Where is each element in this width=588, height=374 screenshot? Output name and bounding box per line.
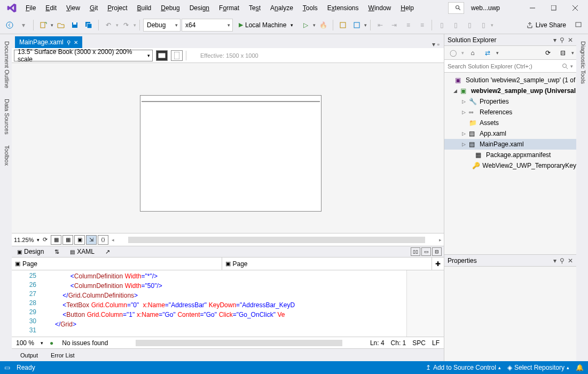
xaml-tab[interactable]: ▤XAML — [65, 247, 100, 256]
data-sources-tab[interactable]: Data Sources — [0, 94, 12, 139]
tree-project[interactable]: ◢▣webview2_sample_uwp (Universal — [444, 85, 576, 96]
properties-header[interactable]: Properties ▾⚲✕ — [444, 255, 576, 267]
tree-properties[interactable]: ▷🔧Properties — [444, 96, 576, 107]
eol-indicator[interactable]: LF — [432, 339, 440, 347]
select-repository-button[interactable]: ◈Select Repository▴ — [507, 364, 569, 371]
collapse-pane-button[interactable]: ⊟ — [432, 247, 442, 256]
menu-build[interactable]: Build — [133, 2, 156, 14]
status-rect-icon[interactable]: ▭ — [4, 364, 10, 371]
menu-file[interactable]: File — [21, 2, 40, 14]
document-tab-active[interactable]: MainPage.xaml ⚲ ✕ — [15, 36, 82, 48]
start-without-debugging-button[interactable]: ▷ — [299, 19, 312, 32]
design-tab[interactable]: ▣Design — [12, 247, 49, 256]
tree-references[interactable]: ▷▫▫References — [444, 107, 576, 118]
menu-analyze[interactable]: Analyze — [266, 2, 297, 14]
quick-launch-search[interactable] — [448, 2, 464, 14]
editor-scrollbar[interactable] — [136, 340, 342, 346]
popout-button[interactable]: ↗ — [100, 247, 115, 256]
panel-menu-icon[interactable]: ▾ — [553, 36, 556, 44]
horizontal-scrollbar[interactable] — [128, 237, 425, 243]
menu-extensions[interactable]: Extensions — [323, 2, 363, 14]
sol-sync-button[interactable]: ⇄ — [481, 46, 494, 59]
save-all-button[interactable] — [82, 19, 95, 32]
sol-home-button[interactable]: ⌂ — [466, 46, 479, 59]
menu-tools[interactable]: Tools — [299, 2, 322, 14]
forward-button[interactable]: ▾ — [17, 19, 30, 32]
landscape-button[interactable] — [156, 50, 168, 61]
feedback-button[interactable] — [572, 19, 585, 32]
char-indicator[interactable]: Ch: 1 — [391, 339, 406, 347]
menu-edit[interactable]: Edit — [41, 2, 61, 14]
tree-package[interactable]: ▦Package.appxmanifest — [444, 150, 576, 160]
project-name-display[interactable]: web...uwp — [466, 3, 516, 13]
menu-test[interactable]: Test — [245, 2, 265, 14]
tree-mainpage[interactable]: ▷▤MainPage.xaml — [444, 139, 576, 150]
notifications-icon[interactable]: 🔔 — [576, 364, 584, 371]
grid-button-2[interactable]: ▦ — [62, 235, 73, 245]
output-tab[interactable]: Output — [15, 351, 43, 360]
tree-tempkey[interactable]: 🔑WebView2_UWP_TemporaryKey — [444, 160, 576, 171]
new-item-button[interactable] — [37, 19, 50, 32]
xaml-nav-left[interactable]: ▣ Page — [12, 258, 222, 270]
error-list-tab[interactable]: Error List — [45, 351, 80, 360]
toolbox-tab[interactable]: Toolbox — [0, 141, 12, 170]
menu-debug[interactable]: Debug — [156, 2, 184, 14]
line-indicator[interactable]: Ln: 4 — [370, 339, 385, 347]
add-source-control-button[interactable]: ↥Add to Source Control▴ — [426, 364, 501, 371]
split-editor-button[interactable]: ✚ — [432, 258, 444, 270]
toolbar-btn-a[interactable] — [336, 19, 349, 32]
minimize-button[interactable] — [522, 1, 543, 15]
solution-search[interactable]: ▾ — [444, 60, 576, 73]
menu-window[interactable]: Window — [364, 2, 396, 14]
refresh-icon[interactable]: ⟳ — [43, 236, 48, 243]
design-canvas[interactable] — [140, 95, 322, 212]
pin-panel-icon[interactable]: ⚲ — [560, 257, 565, 264]
grid-button-1[interactable]: ▦ — [51, 235, 61, 245]
indent-indicator[interactable]: SPC — [412, 339, 426, 347]
swap-pane-button[interactable]: ⇅ — [49, 247, 65, 256]
panel-menu-icon[interactable]: ▾ — [553, 257, 556, 264]
issues-label[interactable]: No issues found — [62, 339, 108, 347]
sol-collapse-button[interactable]: ⊟ — [556, 46, 569, 59]
maximize-button[interactable] — [543, 1, 565, 15]
sol-refresh-button[interactable]: ⟳ — [542, 46, 554, 59]
close-tab-icon[interactable]: ✕ — [74, 40, 78, 45]
code-minimap[interactable] — [406, 270, 444, 337]
pin-panel-icon[interactable]: ⚲ — [560, 36, 565, 44]
device-combo[interactable]: 13.5" Surface Book (3000 x 2000) 200% sc… — [14, 50, 153, 61]
start-debugging-button[interactable]: ▶Local Machine ▾ — [234, 19, 298, 32]
tree-assets[interactable]: 📁Assets — [444, 118, 576, 128]
portrait-button[interactable] — [171, 50, 183, 61]
tab-overflow-icon[interactable]: ▾ — [432, 41, 435, 48]
close-panel-icon[interactable]: ✕ — [568, 36, 573, 44]
editor-zoom[interactable]: 100 % — [16, 339, 34, 347]
document-outline-tab[interactable]: Document Outline — [0, 36, 12, 93]
close-panel-icon[interactable]: ✕ — [568, 257, 573, 264]
diagnostic-tools-tab[interactable]: Diagnostic Tools — [576, 36, 588, 89]
code-button[interactable]: ⟨⟩ — [98, 235, 108, 245]
platform-combo[interactable]: x64 — [182, 19, 233, 32]
split-vertical-button[interactable]: ▯▯ — [411, 247, 420, 256]
save-button[interactable] — [68, 19, 81, 32]
menu-help[interactable]: Help — [396, 2, 418, 14]
tree-appxaml[interactable]: ▷▤App.xaml — [444, 128, 576, 139]
solution-search-input[interactable] — [448, 63, 562, 69]
pin-icon[interactable]: ⚲ — [67, 40, 70, 45]
solution-explorer-header[interactable]: Solution Explorer ▾⚲✕ — [444, 34, 576, 46]
open-button[interactable] — [54, 19, 67, 32]
code-editor[interactable]: 2526272829303132 <ColumnDefinition Width… — [12, 270, 444, 337]
code-content[interactable]: <ColumnDefinition Width="*"/> <ColumnDef… — [40, 270, 406, 337]
redo-button[interactable]: ↷ — [120, 19, 132, 32]
menu-project[interactable]: Project — [103, 2, 131, 14]
split-horizontal-button[interactable]: ▭ — [421, 247, 431, 256]
configuration-combo[interactable]: Debug — [143, 19, 181, 32]
back-button[interactable] — [3, 19, 16, 32]
toolbar-btn-b[interactable] — [350, 19, 363, 32]
live-share-button[interactable]: Live Share — [521, 19, 571, 32]
menu-git[interactable]: Git — [85, 2, 102, 14]
menu-design[interactable]: Design — [185, 2, 214, 14]
snap-button[interactable]: ▣ — [74, 235, 85, 245]
solution-tree[interactable]: ▣Solution 'webview2_sample_uwp' (1 of ◢▣… — [444, 73, 576, 254]
xaml-nav-right[interactable]: ▣ Page — [222, 258, 433, 270]
undo-button[interactable]: ↶ — [102, 19, 115, 32]
